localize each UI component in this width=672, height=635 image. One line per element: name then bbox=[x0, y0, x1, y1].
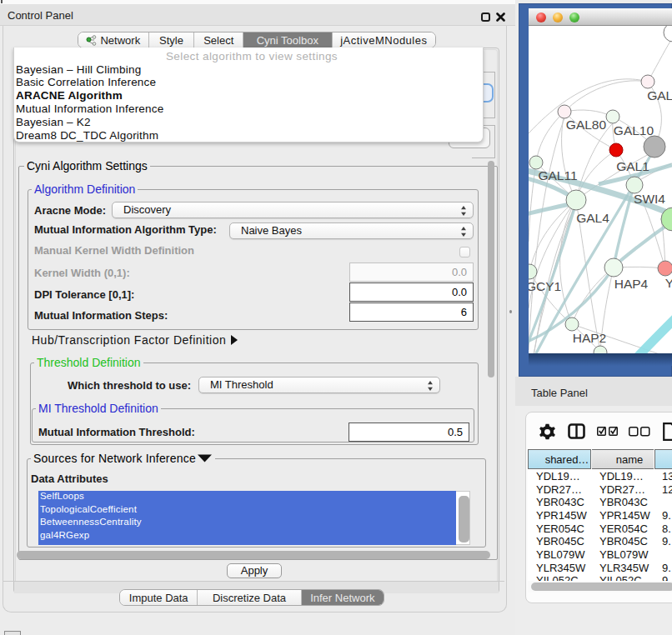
svg-text:GAL2: GAL2 bbox=[647, 88, 672, 102]
svg-text:GAL4: GAL4 bbox=[576, 211, 609, 225]
svg-text:HAP4: HAP4 bbox=[614, 277, 649, 291]
svg-text:GAL80: GAL80 bbox=[566, 118, 607, 132]
svg-text:SWI4: SWI4 bbox=[634, 192, 665, 206]
svg-text:GAL11: GAL11 bbox=[538, 168, 577, 182]
svg-text:GCY1: GCY1 bbox=[529, 279, 561, 293]
svg-text:Y: Y bbox=[665, 276, 672, 290]
svg-text:HAP2: HAP2 bbox=[573, 331, 607, 345]
svg-text:GAL1: GAL1 bbox=[616, 159, 649, 173]
svg-text:GAL10: GAL10 bbox=[614, 123, 654, 138]
